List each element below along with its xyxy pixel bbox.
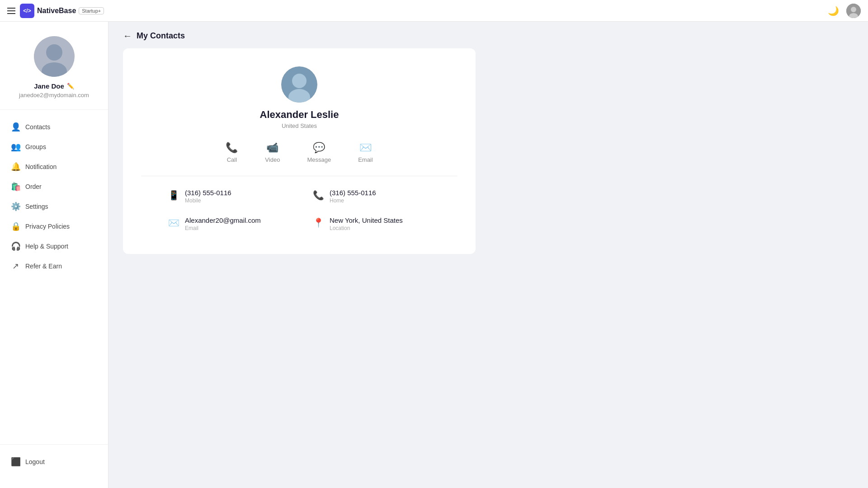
detail-home: 📞 (316) 555-0116 Home xyxy=(313,189,430,204)
sidebar-item-refer-earn[interactable]: ↗ Refer & Earn xyxy=(0,256,108,276)
svg-point-7 xyxy=(292,74,307,88)
call-button[interactable]: 📞 Call xyxy=(226,142,238,163)
hamburger-menu[interactable] xyxy=(7,8,15,14)
layout: Jane Doe ✏️ janedoe2@mydomain.com 👤 Cont… xyxy=(0,22,868,488)
page-header: ← My Contacts xyxy=(108,22,868,48)
call-icon: 📞 xyxy=(226,142,238,154)
sidebar-profile: Jane Doe ✏️ janedoe2@mydomain.com xyxy=(0,22,108,110)
edit-name-icon[interactable]: ✏️ xyxy=(67,83,74,89)
logout-button[interactable]: ⬛ Logout xyxy=(0,452,108,472)
sidebar-item-order[interactable]: 🛍️ Order xyxy=(0,177,108,197)
sidebar-label-privacy: Privacy Policies xyxy=(25,223,70,230)
sidebar-item-privacy-policies[interactable]: 🔒 Privacy Policies xyxy=(0,216,108,236)
detail-location: 📍 New York, United States Location xyxy=(313,216,430,231)
home-phone-icon: 📞 xyxy=(313,190,324,201)
logout-label: Logout xyxy=(25,458,45,465)
contact-country: United States xyxy=(282,122,317,129)
contact-details: 📱 (316) 555-0116 Mobile 📞 (316) 555-0116… xyxy=(141,189,458,231)
email-action-icon: ✉️ xyxy=(359,142,372,154)
logo-badge: Startup+ xyxy=(79,7,104,14)
sidebar-footer: ⬛ Logout xyxy=(0,444,108,479)
location-label: Location xyxy=(330,225,403,231)
order-icon: 🛍️ xyxy=(11,182,20,192)
sidebar-item-help-support[interactable]: 🎧 Help & Support xyxy=(0,236,108,256)
location-value: New York, United States xyxy=(330,216,403,224)
top-nav: </> NativeBase Startup+ 🌙 xyxy=(0,0,868,22)
video-icon: 📹 xyxy=(266,142,278,154)
sidebar-item-contacts[interactable]: 👤 Contacts xyxy=(0,117,108,137)
logout-icon: ⬛ xyxy=(11,457,20,467)
settings-icon: ⚙️ xyxy=(11,202,20,211)
email-value: Alexander20@gmail.com xyxy=(185,216,261,224)
sidebar-label-contacts: Contacts xyxy=(25,123,50,131)
mobile-icon: 📱 xyxy=(168,190,179,201)
message-icon: 💬 xyxy=(313,142,325,154)
privacy-icon: 🔒 xyxy=(11,221,20,231)
location-icon: 📍 xyxy=(313,217,324,228)
sidebar-avatar xyxy=(34,36,75,77)
svg-point-4 xyxy=(46,44,62,61)
moon-icon[interactable]: 🌙 xyxy=(828,5,839,16)
detail-mobile: 📱 (316) 555-0116 Mobile xyxy=(168,189,286,204)
help-icon: 🎧 xyxy=(11,241,20,251)
svg-point-1 xyxy=(851,7,856,12)
sidebar-nav: 👤 Contacts 👥 Groups 🔔 Notification 🛍️ Or… xyxy=(0,110,108,444)
message-button[interactable]: 💬 Message xyxy=(307,142,331,163)
main-content: ← My Contacts Alexander Leslie United St… xyxy=(108,22,868,488)
back-button[interactable]: ← xyxy=(123,31,132,41)
sidebar: Jane Doe ✏️ janedoe2@mydomain.com 👤 Cont… xyxy=(0,22,108,488)
email-action-button[interactable]: ✉️ Email xyxy=(358,142,373,163)
email-label: Email xyxy=(185,225,261,231)
contact-card: Alexander Leslie United States 📞 Call 📹 … xyxy=(123,48,476,254)
message-label: Message xyxy=(307,156,331,163)
sidebar-label-refer: Refer & Earn xyxy=(25,263,62,270)
email-action-label: Email xyxy=(358,156,373,163)
page-title: My Contacts xyxy=(137,31,185,41)
logo-text: NativeBase xyxy=(37,7,76,15)
contact-name: Alexander Leslie xyxy=(260,109,339,121)
groups-icon: 👥 xyxy=(11,142,20,152)
home-label: Home xyxy=(330,197,376,204)
sidebar-label-settings: Settings xyxy=(25,203,48,210)
video-button[interactable]: 📹 Video xyxy=(265,142,280,163)
contacts-icon: 👤 xyxy=(11,122,20,132)
mobile-value: (316) 555-0116 xyxy=(185,189,231,197)
mobile-label: Mobile xyxy=(185,197,231,204)
contact-avatar xyxy=(281,66,317,103)
notification-icon: 🔔 xyxy=(11,162,20,172)
sidebar-label-order: Order xyxy=(25,183,42,190)
sidebar-item-settings[interactable]: ⚙️ Settings xyxy=(0,197,108,216)
logo-icon: </> xyxy=(20,4,34,18)
detail-email: ✉️ Alexander20@gmail.com Email xyxy=(168,216,286,231)
sidebar-label-help: Help & Support xyxy=(25,243,68,250)
contact-actions: 📞 Call 📹 Video 💬 Message ✉️ Email xyxy=(141,142,458,176)
sidebar-user-email: janedoe2@mydomain.com xyxy=(19,92,89,99)
refer-icon: ↗ xyxy=(11,261,20,271)
sidebar-item-notification[interactable]: 🔔 Notification xyxy=(0,157,108,177)
top-nav-left: </> NativeBase Startup+ xyxy=(7,4,104,18)
email-detail-icon: ✉️ xyxy=(168,217,179,228)
call-label: Call xyxy=(227,156,237,163)
sidebar-user-name: Jane Doe ✏️ xyxy=(34,82,74,90)
user-avatar-top[interactable] xyxy=(846,4,861,18)
home-value: (316) 555-0116 xyxy=(330,189,376,197)
contact-profile: Alexander Leslie United States xyxy=(141,66,458,129)
sidebar-label-groups: Groups xyxy=(25,143,46,150)
top-nav-right: 🌙 xyxy=(828,4,861,18)
logo-box: </> NativeBase Startup+ xyxy=(20,4,104,18)
sidebar-label-notification: Notification xyxy=(25,163,57,170)
sidebar-item-groups[interactable]: 👥 Groups xyxy=(0,137,108,157)
video-label: Video xyxy=(265,156,280,163)
